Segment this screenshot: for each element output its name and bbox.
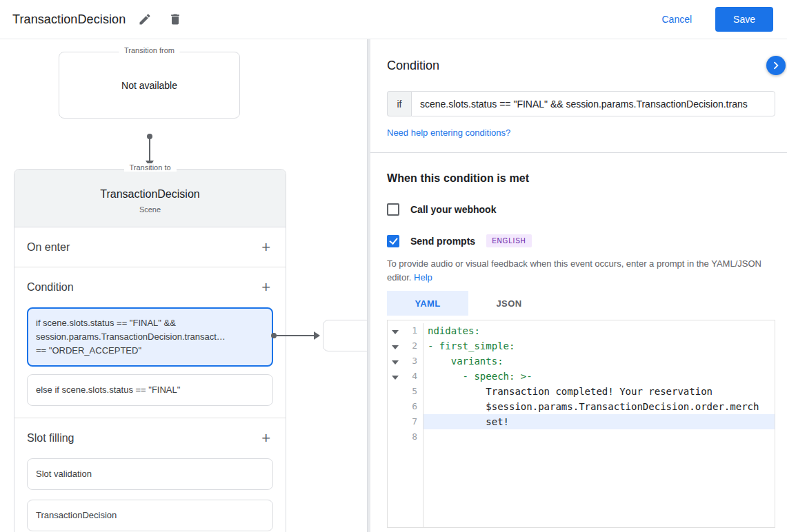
fold-toggle-icon[interactable] — [388, 323, 403, 338]
line-number: 5 — [403, 384, 423, 399]
slot-filling-section: Slot filling + Slot validation Transacti… — [14, 418, 286, 531]
code-line[interactable]: - speech: >- — [424, 369, 775, 384]
condition-section-label: Condition — [27, 281, 74, 294]
editor-empty-area[interactable] — [388, 444, 775, 527]
trash-icon — [168, 12, 182, 26]
save-button[interactable]: Save — [715, 7, 773, 32]
fold-spacer — [388, 399, 403, 414]
line-number: 1 — [403, 323, 423, 338]
on-enter-label: On enter — [27, 241, 70, 254]
webhook-row: Call your webhook — [387, 203, 775, 216]
editor-line: 1 ndidates: — [388, 323, 775, 338]
editor-line: 3 variants: — [388, 354, 775, 369]
add-condition-button[interactable]: + — [255, 277, 277, 298]
send-prompts-checkbox[interactable] — [387, 235, 399, 247]
pencil-icon — [138, 12, 152, 26]
slot-card-transaction-decision[interactable]: TransactionDecision — [27, 500, 273, 531]
code-line[interactable]: set! — [424, 414, 775, 429]
flow-canvas[interactable]: Transition from Not available Transition… — [0, 39, 367, 532]
editor-line: 5 Transaction completed! Your reservatio… — [388, 384, 775, 399]
transition-to-label: Transition to — [123, 163, 176, 172]
panel-title: Condition — [387, 59, 775, 73]
fold-spacer — [388, 414, 403, 429]
condition-card-line: session.params.TransactionDecision.trans… — [36, 330, 264, 344]
line-number: 7 — [403, 414, 423, 429]
add-slot-button[interactable]: + — [255, 428, 277, 449]
editor-line: 8 — [388, 429, 775, 444]
code-line[interactable] — [424, 429, 775, 444]
editor-line: 4 - speech: >- — [388, 369, 775, 384]
condition-card-selected[interactable]: if scene.slots.status == "FINAL" && sess… — [27, 307, 273, 367]
condition-expression-input[interactable] — [411, 91, 775, 116]
webhook-checkbox[interactable] — [387, 203, 399, 216]
send-prompts-label: Send prompts — [410, 236, 475, 247]
line-number: 4 — [403, 369, 423, 384]
tab-json[interactable]: JSON — [468, 291, 550, 316]
send-prompts-row: Send prompts ENGLISH — [387, 234, 775, 247]
code-line[interactable]: Transaction completed! Your reservation — [424, 384, 775, 399]
editor-line: 2 - first_simple: — [388, 338, 775, 354]
edit-title-button[interactable] — [134, 8, 156, 30]
fold-toggle-icon[interactable] — [388, 354, 403, 369]
connector-line — [149, 139, 150, 161]
line-number: 3 — [403, 354, 423, 369]
collapse-panel-button[interactable] — [766, 56, 786, 75]
condition-card-line: == "ORDER_ACCEPTED" — [36, 344, 264, 358]
condition-panel: Condition if Need help entering conditio… — [370, 39, 787, 532]
transition-from-node: Transition from Not available — [59, 52, 240, 119]
page-title: TransactionDecision — [12, 12, 126, 27]
prompt-description: To provide audio or visual feedback when… — [387, 257, 775, 285]
chevron-right-icon — [768, 58, 784, 73]
webhook-label: Call your webhook — [410, 204, 496, 215]
code-line[interactable]: - first_simple: — [424, 338, 775, 354]
fold-spacer — [388, 384, 403, 399]
code-line[interactable]: $session.params.TransactionDecision.orde… — [424, 399, 775, 414]
add-on-enter-button[interactable]: + — [255, 237, 277, 258]
scene-node[interactable]: Transition to TransactionDecision Scene … — [14, 169, 286, 532]
editor-tabs: YAML JSON — [387, 291, 775, 316]
condition-connector-arrowhead — [314, 331, 320, 340]
yaml-editor[interactable]: 1 ndidates: 2 - first_simple: 3 variants… — [387, 320, 775, 528]
condition-connector-dot — [271, 333, 277, 338]
code-line[interactable]: variants: — [424, 354, 775, 369]
prompt-help-link[interactable]: Help — [414, 272, 432, 283]
editor-line-highlighted: 7 set! — [388, 414, 775, 429]
panel-divider — [370, 152, 787, 153]
tab-yaml[interactable]: YAML — [387, 291, 468, 316]
if-prefix-label: if — [387, 91, 411, 116]
delete-scene-button[interactable] — [164, 8, 186, 30]
scene-node-title: TransactionDecision — [100, 188, 199, 201]
fold-toggle-icon[interactable] — [388, 338, 403, 354]
condition-card-line: else if scene.slots.status == "FINAL" — [36, 383, 264, 397]
condition-connector-line — [277, 335, 314, 336]
prompt-description-text: To provide audio or visual feedback when… — [387, 258, 761, 283]
line-number: 6 — [403, 399, 423, 414]
top-bar: TransactionDecision Cancel Save — [0, 0, 787, 39]
slot-filling-section-label: Slot filling — [27, 432, 74, 444]
transition-target-node[interactable] — [323, 320, 367, 351]
on-enter-row: On enter + — [14, 227, 286, 267]
condition-met-title: When this condition is met — [387, 172, 775, 185]
language-badge: ENGLISH — [486, 234, 532, 247]
scene-node-subtitle: Scene — [139, 205, 161, 214]
cancel-button[interactable]: Cancel — [657, 13, 696, 25]
fold-toggle-icon[interactable] — [388, 369, 403, 384]
scene-node-header[interactable]: TransactionDecision Scene — [14, 170, 286, 227]
editor-line: 6 $session.params.TransactionDecision.or… — [388, 399, 775, 414]
condition-help-link[interactable]: Need help entering conditions? — [387, 127, 510, 138]
transition-from-label: Transition from — [119, 46, 180, 54]
code-line[interactable]: ndidates: — [424, 323, 775, 338]
slot-card-validation[interactable]: Slot validation — [27, 458, 273, 490]
line-number: 2 — [403, 338, 423, 354]
condition-section: Condition + if scene.slots.status == "FI… — [14, 267, 286, 406]
line-number: 8 — [403, 429, 423, 444]
scene-editor-app: TransactionDecision Cancel Save Transiti… — [0, 0, 787, 532]
fold-spacer — [388, 429, 403, 444]
condition-card-else[interactable]: else if scene.slots.status == "FINAL" — [27, 374, 273, 406]
transition-from-content: Not available — [59, 52, 239, 118]
condition-card-line: if scene.slots.status == "FINAL" && — [36, 316, 264, 330]
